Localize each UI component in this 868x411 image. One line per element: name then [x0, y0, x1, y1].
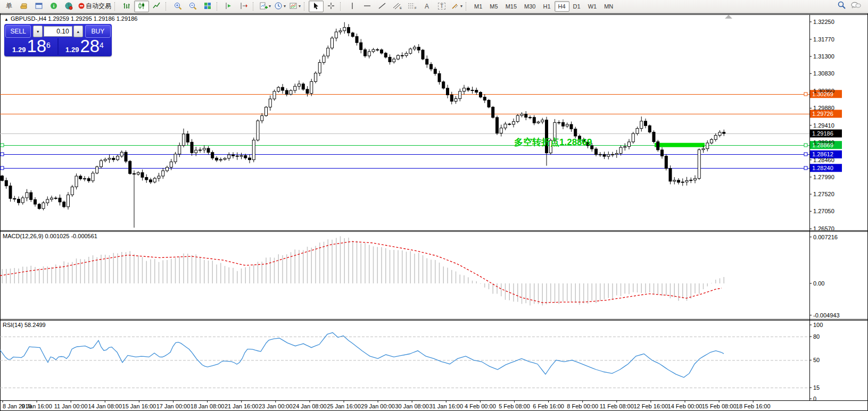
- candle-body: [129, 161, 131, 173]
- info-button[interactable]: i: [46, 1, 61, 12]
- line-handle[interactable]: [804, 166, 807, 170]
- candle-body: [681, 182, 684, 182]
- line-handle[interactable]: [804, 93, 807, 96]
- toolbar-separator: [340, 2, 343, 11]
- volume-decrement-button[interactable]: ▼: [33, 26, 43, 37]
- autotrade-button[interactable]: 自动交易: [76, 1, 113, 12]
- candle-body: [483, 97, 486, 100]
- tab-timeframe-m1[interactable]: M1: [470, 1, 486, 12]
- periods-button[interactable]: ▾: [272, 1, 287, 12]
- tab-timeframe-h1[interactable]: H1: [539, 1, 554, 12]
- time-axis[interactable]: [0, 400, 868, 402]
- candle-body: [339, 31, 342, 32]
- candle-body: [475, 90, 478, 93]
- channel-icon: E: [392, 2, 402, 11]
- text-tool-button[interactable]: A: [419, 1, 434, 12]
- pivot-zone-segment[interactable]: [655, 143, 705, 147]
- zoom-in-button[interactable]: [170, 1, 185, 12]
- line-chart-mode-button[interactable]: [149, 1, 164, 12]
- line-chart-icon: [152, 2, 161, 11]
- trendline-tool-button[interactable]: [375, 1, 390, 12]
- line-handle[interactable]: [804, 153, 807, 156]
- market-watch-button[interactable]: [16, 1, 31, 12]
- text-label-tool-button[interactable]: T: [434, 1, 449, 12]
- search-icon[interactable]: [837, 1, 846, 12]
- bar-chart-mode-button[interactable]: [119, 1, 134, 12]
- collapse-panel-icon[interactable]: ▲: [4, 17, 9, 22]
- hline-tool-button[interactable]: [360, 1, 375, 12]
- candle-body: [207, 148, 210, 153]
- candle-body: [442, 82, 445, 88]
- buy-price-big: 28: [80, 39, 100, 54]
- signal-button[interactable]: [61, 1, 76, 12]
- vline-tool-button[interactable]: [345, 1, 360, 12]
- chart-window-button[interactable]: [31, 1, 46, 12]
- time-axis-label: 15 Jan 16:00: [122, 403, 156, 409]
- channel-tool-button[interactable]: E: [390, 1, 404, 12]
- chart-canvas[interactable]: 1.322501.317701.313001.308301.303601.298…: [0, 13, 868, 411]
- candle-body: [611, 154, 614, 155]
- candle-body: [170, 162, 172, 167]
- volume-increment-button[interactable]: ▲: [73, 26, 83, 37]
- fibonacci-tool-button[interactable]: F: [404, 1, 419, 12]
- toolbar-right-group: [837, 1, 866, 12]
- horizontal-line-icon: [363, 2, 371, 11]
- level-price-label-text: 1.29726: [812, 111, 833, 117]
- candle-body: [636, 129, 639, 134]
- chart-shift-button[interactable]: [236, 1, 251, 12]
- tab-timeframe-m15[interactable]: M15: [502, 1, 520, 12]
- line-handle[interactable]: [1, 166, 4, 170]
- indicators-icon: [259, 2, 268, 11]
- indicators-button[interactable]: ▾: [258, 1, 272, 12]
- candle-body: [644, 121, 647, 125]
- zoom-out-button[interactable]: [185, 1, 200, 12]
- arrows-tool-button[interactable]: ▾: [449, 1, 464, 12]
- rsi-tick-label: 15: [813, 384, 820, 391]
- crosshair-tool-button[interactable]: [324, 1, 338, 12]
- tab-timeframe-m5[interactable]: M5: [486, 1, 501, 12]
- candlestick-mode-button[interactable]: [134, 1, 149, 12]
- candle-body: [228, 155, 230, 158]
- candle-body: [661, 150, 664, 156]
- candle-body: [603, 154, 606, 156]
- gold-bars-icon: [20, 2, 28, 11]
- tab-timeframe-mn[interactable]: MN: [600, 1, 617, 12]
- candle-body: [463, 88, 466, 91]
- price-tick-label: 1.32250: [813, 19, 834, 25]
- pivot-annotation[interactable]: 多空转折点1.28869: [514, 136, 592, 148]
- dropdown-arrow-icon[interactable]: ▾: [460, 4, 462, 9]
- line-handle[interactable]: [1, 144, 4, 147]
- dropdown-arrow-icon[interactable]: ▾: [269, 4, 271, 9]
- tab-timeframe-h4[interactable]: H4: [555, 1, 569, 12]
- candle-body: [183, 134, 185, 146]
- time-axis-label: 29 Jan 00:00: [361, 403, 395, 409]
- candle-body: [562, 122, 565, 126]
- chart-window[interactable]: 1.322501.317701.313001.308301.303601.298…: [0, 13, 868, 411]
- chat-icon[interactable]: [850, 1, 861, 12]
- volume-input[interactable]: 0.10: [44, 26, 72, 37]
- candle-body: [348, 28, 350, 33]
- tab-timeframe-d1[interactable]: D1: [569, 1, 584, 12]
- scroll-marker-icon[interactable]: [725, 15, 732, 19]
- candle-body: [63, 202, 65, 207]
- price-tick-label: 1.31770: [813, 36, 834, 43]
- cursor-tool-button[interactable]: [309, 1, 324, 12]
- candle-body: [150, 180, 152, 182]
- toolbar-separator: [166, 2, 168, 11]
- candle-body: [702, 149, 705, 150]
- new-order-button[interactable]: 单: [2, 1, 16, 12]
- templates-button[interactable]: ▾: [287, 1, 302, 12]
- tab-timeframe-w1[interactable]: W1: [584, 1, 601, 12]
- candle-body: [558, 122, 560, 123]
- time-axis-label: 25 Jan 16:00: [327, 403, 361, 409]
- dropdown-arrow-icon[interactable]: ▾: [284, 4, 286, 9]
- candle-body: [619, 147, 622, 153]
- line-handle[interactable]: [1, 153, 4, 156]
- auto-scroll-button[interactable]: [221, 1, 236, 12]
- tile-windows-button[interactable]: [200, 1, 215, 12]
- candle-body: [211, 153, 214, 158]
- dropdown-arrow-icon[interactable]: ▾: [299, 4, 301, 9]
- candle-body: [87, 179, 90, 181]
- tab-timeframe-m30[interactable]: M30: [520, 1, 539, 12]
- line-handle[interactable]: [804, 144, 807, 147]
